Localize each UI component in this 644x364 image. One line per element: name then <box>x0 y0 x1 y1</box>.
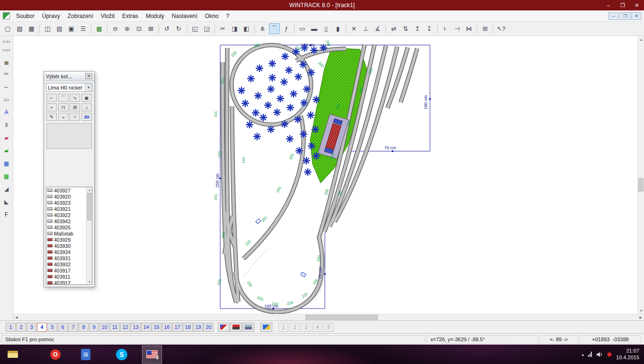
tray-expand-icon[interactable]: ▴ <box>582 352 584 357</box>
part-list-item[interactable]: 403917 <box>46 267 86 273</box>
flex-template-2-button[interactable]: FLEX <box>1 47 12 54</box>
security-alert-icon[interactable] <box>607 352 612 357</box>
view-3d-button[interactable]: 3D <box>81 113 92 121</box>
part-list-item[interactable]: 403931 <box>46 255 86 261</box>
page-tab-15[interactable]: 15 <box>152 323 161 332</box>
move-piece-button[interactable]: ⇄ <box>388 23 399 34</box>
glue-tool-button[interactable]: ⌙ <box>1 81 12 92</box>
image-export-button[interactable]: ▩ <box>94 23 105 34</box>
chart-tool-button[interactable]: ▦ <box>1 158 12 169</box>
undo-button[interactable]: ↺ <box>161 23 172 34</box>
page-tab-11[interactable]: 11 <box>110 323 120 332</box>
part-list-item[interactable]: 403920 <box>46 193 86 200</box>
drawing-canvas[interactable]: 100 cm100 cm70 cm250 cm70 cm100 cm220201… <box>13 36 637 314</box>
menu-item-extras[interactable]: Extras <box>118 11 142 21</box>
page-tab-20[interactable]: 20 <box>204 323 214 332</box>
copy-image-button[interactable]: ◱ <box>189 23 200 34</box>
raise-gray-button[interactable]: ▲ <box>58 113 69 121</box>
cut-button[interactable]: ✂ <box>217 23 228 34</box>
gradient-button[interactable]: ⊥ <box>360 23 371 34</box>
page-tab-9[interactable]: 9 <box>89 323 99 332</box>
part-list-item[interactable]: 403912 <box>46 280 86 285</box>
minimize-button[interactable]: – <box>601 0 616 10</box>
junction-button[interactable]: ⋈ <box>464 23 474 34</box>
page-tab-13[interactable]: 13 <box>131 323 141 332</box>
part-list-item[interactable]: 403930 <box>46 243 86 249</box>
page-tab-3[interactable]: 3 <box>27 323 36 332</box>
mdi-restore-button[interactable]: ❐ <box>620 12 630 20</box>
straight-track-button[interactable]: ⌐ <box>46 94 57 102</box>
page-tab-5[interactable]: 5 <box>47 323 57 332</box>
part-list-item[interactable]: 403934 <box>46 249 86 255</box>
building-tool-button[interactable]: ⌂ <box>81 103 92 111</box>
cross-section-button[interactable]: ✕ <box>349 23 359 34</box>
vertical-scrollbar[interactable]: ▲ ▼ <box>637 36 644 314</box>
page-tab-17[interactable]: 17 <box>172 323 182 332</box>
page-tab-1[interactable]: 1 <box>6 323 16 332</box>
rotate-180-button[interactable]: ∡ <box>372 23 383 34</box>
taskbar-app-calculator[interactable]: ⊞ <box>76 346 96 364</box>
measure-button[interactable]: ⋔ <box>257 23 268 34</box>
page-tab-2[interactable]: 2 <box>16 323 26 332</box>
track-plan-canvas[interactable]: 100 cm100 cm70 cm250 cm70 cm100 cm220201… <box>13 36 637 314</box>
part-list-item[interactable]: Maßstab <box>46 230 86 237</box>
part-list-item[interactable]: 403922 <box>46 212 86 218</box>
menu-item-soubor[interactable]: Soubor <box>12 11 38 21</box>
track-export-button[interactable]: ▮ <box>332 23 343 34</box>
curved-track-button[interactable]: ⌒ <box>58 94 69 102</box>
raise-level-button[interactable]: ↥ <box>412 23 423 34</box>
cut-track-button[interactable]: ✂ <box>1 68 12 79</box>
paste-image-button[interactable]: ◲ <box>201 23 212 34</box>
connect-button[interactable]: ⊦ <box>440 23 451 34</box>
palette-title-bar[interactable]: Výběr kol... ✕ <box>44 72 94 81</box>
flex-curve-button[interactable]: ⌒ <box>269 23 280 34</box>
save-button[interactable]: ▦ <box>26 23 37 34</box>
page-setup-button[interactable]: ▣ <box>66 23 77 34</box>
part-list-item[interactable]: 403942 <box>46 218 86 224</box>
horizontal-scrollbar[interactable]: ◀ ▶ <box>13 314 644 320</box>
new-button[interactable]: ▢ <box>2 23 13 34</box>
scroll-down-arrow[interactable]: ▼ <box>87 279 92 284</box>
track-list-button[interactable]: ▭ <box>297 23 308 34</box>
page-tab-19[interactable]: 19 <box>193 323 203 332</box>
part-list-item[interactable]: 403925 <box>46 224 86 230</box>
page-tab-7[interactable]: 7 <box>68 323 78 332</box>
accessory-button[interactable]: ⊞ <box>70 103 80 111</box>
page-tab-8[interactable]: 8 <box>79 323 89 332</box>
part-list-scrollbar[interactable]: ▲ ▼ <box>86 187 92 284</box>
scroll-thumb[interactable] <box>87 193 91 220</box>
mdi-minimize-button[interactable]: – <box>608 12 619 20</box>
zoom-out-button[interactable]: ⊖ <box>110 23 121 34</box>
track-report-button[interactable]: ▯ <box>321 23 331 34</box>
zoom-full-button[interactable]: ⊠ <box>145 23 156 34</box>
slope-down-button[interactable]: ◣ <box>1 196 12 207</box>
copy-button[interactable]: ◨ <box>229 23 240 34</box>
pencil-tool-button[interactable]: ✎ <box>46 113 57 121</box>
scroll-right-arrow[interactable]: ▶ <box>637 314 644 321</box>
terrain-tool-button[interactable]: ▩ <box>1 171 12 182</box>
network-icon[interactable] <box>588 352 592 357</box>
menu-item-okno[interactable]: Okno <box>201 11 223 21</box>
speaker-icon[interactable] <box>596 352 603 357</box>
taskbar-app-wintrack[interactable]: 8 <box>142 346 162 364</box>
roadbed-button[interactable]: ▄ <box>1 55 12 66</box>
freeform-button[interactable]: ƒ <box>281 23 292 34</box>
scroll-up-arrow[interactable]: ▲ <box>638 36 644 43</box>
part-list-item[interactable]: 403927 <box>46 187 86 193</box>
scroll-left-arrow[interactable]: ◀ <box>13 314 20 321</box>
marker-green-button[interactable]: ▰ <box>1 145 12 156</box>
print-button[interactable]: ▤ <box>54 23 65 34</box>
menu-item-moduly[interactable]: Moduly <box>142 11 168 21</box>
marker-pink-button[interactable]: ▰ <box>1 132 12 143</box>
page-tab-18[interactable]: 18 <box>183 323 193 332</box>
part-list-item[interactable]: 403923 <box>46 200 86 206</box>
part-list-item[interactable]: 403932 <box>46 261 86 267</box>
taskbar-app-file-explorer[interactable] <box>3 346 23 364</box>
function-key-button[interactable]: F <box>1 209 12 220</box>
redo-button[interactable]: ↻ <box>173 23 184 34</box>
turntable-button[interactable]: ◉ <box>81 94 92 102</box>
scroll-down-arrow[interactable]: ▼ <box>638 307 644 314</box>
restore-button[interactable]: ❐ <box>616 0 630 10</box>
open-button[interactable]: ▧ <box>14 23 25 34</box>
menu-item-?[interactable]: ? <box>223 11 233 21</box>
